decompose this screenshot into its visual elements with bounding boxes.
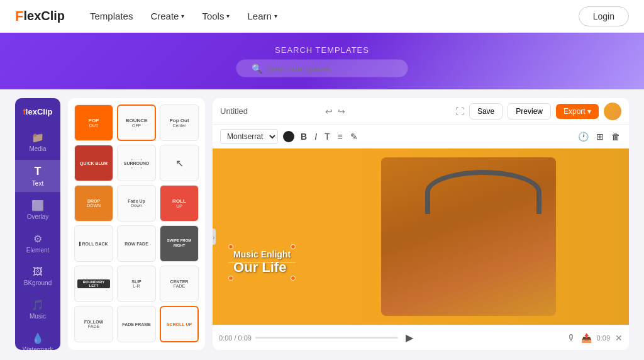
anim-bounce-off[interactable]: BOUNCE OFF bbox=[117, 104, 156, 141]
search-icon: 🔍 bbox=[252, 64, 262, 74]
align-icon[interactable]: ≡ bbox=[336, 130, 344, 143]
music-icon: 🎵 bbox=[31, 299, 44, 311]
canvas-photo-area bbox=[338, 149, 629, 325]
nav-learn[interactable]: Learn ▾ bbox=[247, 11, 277, 21]
editor-main: Untitled ↩ ↪ ⛶ Save Preview Export ▾ Mon… bbox=[213, 98, 629, 350]
watermark-icon: 💧 bbox=[31, 332, 44, 344]
overlay-icon: ⬜ bbox=[31, 200, 44, 211]
logo: F lexClip bbox=[15, 8, 65, 25]
sidebar: flexClip 📁 Media T Text ⬜ Overlay ⚙ Elem… bbox=[15, 98, 60, 350]
media-icon: 📁 bbox=[31, 132, 44, 143]
nav-templates[interactable]: Templates bbox=[90, 11, 133, 21]
text-icon: T bbox=[35, 165, 42, 178]
element-icon: ⚙ bbox=[33, 233, 42, 245]
anim-quick-blur[interactable]: QUICK BLUR bbox=[74, 145, 113, 181]
anim-roll-up[interactable]: ROLL UP bbox=[160, 185, 199, 222]
nav-login: Login bbox=[579, 6, 629, 26]
anim-cursor[interactable]: ↖ bbox=[160, 145, 199, 181]
export-button[interactable]: Export ▾ bbox=[556, 104, 599, 119]
edit-icon[interactable]: ✎ bbox=[349, 130, 359, 143]
sidebar-logo: flexClip bbox=[23, 107, 53, 116]
anim-pop-out-center[interactable]: Pop Out Center bbox=[160, 104, 199, 141]
logo-text: lexClip bbox=[23, 9, 65, 23]
redo-icon[interactable]: ↪ bbox=[338, 106, 345, 116]
expand-panel-handle[interactable]: › bbox=[213, 228, 216, 245]
play-button[interactable]: ▶ bbox=[402, 330, 417, 346]
close-timeline-icon[interactable]: ✕ bbox=[615, 333, 623, 343]
preview-button[interactable]: Preview bbox=[508, 103, 551, 120]
export-icon[interactable]: 📤 bbox=[581, 333, 592, 343]
timeline-scrubber[interactable] bbox=[255, 337, 398, 339]
handle-bottom-left[interactable] bbox=[228, 276, 233, 281]
editor-wrapper: flexClip 📁 Media T Text ⬜ Overlay ⚙ Elem… bbox=[0, 89, 644, 360]
sidebar-media-label: Media bbox=[29, 145, 46, 152]
top-nav: F lexClip Templates Create ▾ Tools ▾ Lea… bbox=[0, 0, 644, 33]
anim-slip-lr[interactable]: SLIP L-R bbox=[117, 266, 156, 302]
microphone-icon[interactable]: 🎙 bbox=[567, 333, 576, 343]
handle-top-left[interactable] bbox=[228, 244, 233, 249]
sidebar-overlay-label: Overlay bbox=[27, 213, 48, 220]
anim-fade-up-down[interactable]: Fade Up Down bbox=[117, 185, 156, 222]
nav-links: Templates Create ▾ Tools ▾ Learn ▾ bbox=[90, 11, 579, 21]
timeline-end: 0:09 bbox=[597, 334, 610, 342]
sidebar-music-label: Music bbox=[30, 313, 46, 320]
italic-icon[interactable]: I bbox=[313, 130, 318, 143]
nav-tools[interactable]: Tools ▾ bbox=[202, 11, 230, 21]
anim-center-fade[interactable]: CENTER FADE bbox=[160, 266, 199, 302]
nav-create[interactable]: Create ▾ bbox=[150, 11, 184, 21]
headphones-arc bbox=[425, 170, 541, 214]
logo-icon: F bbox=[15, 8, 23, 25]
bkground-icon: 🖼 bbox=[33, 266, 43, 278]
sidebar-item-media[interactable]: 📁 Media bbox=[15, 127, 60, 157]
timeline-current: 0:00 / 0:09 bbox=[219, 334, 252, 342]
canvas-text-line2: Our Life bbox=[233, 259, 291, 276]
cursor-icon: ↖ bbox=[175, 157, 184, 169]
clock-icon[interactable]: 🕐 bbox=[577, 130, 590, 143]
sidebar-item-text[interactable]: T Text bbox=[15, 160, 60, 192]
avatar[interactable] bbox=[604, 103, 621, 120]
handle-line bbox=[228, 262, 296, 263]
anim-surround[interactable]: + · · · + SURROUND + · · · + bbox=[117, 145, 156, 181]
anim-pop-out[interactable]: POP OUT bbox=[74, 104, 113, 141]
editor-title: Untitled bbox=[220, 106, 320, 116]
sidebar-element-label: Element bbox=[26, 247, 50, 254]
editor-topbar: Untitled ↩ ↪ ⛶ Save Preview Export ▾ bbox=[213, 98, 629, 125]
undo-icon[interactable]: ↩ bbox=[325, 106, 333, 116]
fullscreen-icon[interactable]: ⛶ bbox=[455, 106, 464, 116]
delete-icon[interactable]: 🗑 bbox=[610, 130, 621, 143]
bold-icon[interactable]: B bbox=[299, 130, 308, 143]
sidebar-item-element[interactable]: ⚙ Element bbox=[15, 228, 60, 259]
anim-fade-frame[interactable]: FADE FRAME bbox=[117, 306, 156, 342]
canvas-text-block[interactable]: Music Enlight Our Life bbox=[233, 249, 291, 276]
expand-arrow-icon: › bbox=[213, 234, 214, 241]
sidebar-item-overlay[interactable]: ⬜ Overlay bbox=[15, 194, 60, 225]
anim-roll-back[interactable]: ROLL BACK bbox=[74, 225, 113, 262]
animation-panel: POP OUT BOUNCE OFF Pop Out Center QUICK … bbox=[68, 98, 205, 350]
sidebar-item-bkground[interactable]: 🖼 BKground bbox=[15, 261, 60, 291]
canvas-area: Music Enlight Our Life › bbox=[213, 149, 629, 325]
anim-scroll-up[interactable]: SCROLL UP bbox=[160, 306, 199, 342]
handle-top-right[interactable] bbox=[291, 244, 296, 249]
save-button[interactable]: Save bbox=[469, 103, 502, 120]
anim-follow-fade[interactable]: FOLLOW FADE bbox=[74, 306, 113, 342]
banner-subtitle: SEARCH TEMPLATES bbox=[236, 45, 408, 55]
anim-row-fade[interactable]: ROW FADE bbox=[117, 225, 156, 262]
sidebar-text-label: Text bbox=[32, 180, 43, 187]
sidebar-bkground-label: BKground bbox=[24, 279, 52, 286]
color-picker[interactable] bbox=[283, 131, 294, 142]
anim-swipe-right[interactable]: SWIPE FROM RIGHT bbox=[160, 225, 199, 262]
login-button[interactable]: Login bbox=[579, 6, 629, 26]
handle-bottom-right[interactable] bbox=[291, 276, 296, 281]
hero-banner: SEARCH TEMPLATES 🔍 bbox=[0, 33, 644, 89]
canvas-text-line1: Music Enlight bbox=[233, 249, 291, 259]
sidebar-item-watermark[interactable]: 💧 Watermark bbox=[15, 327, 60, 358]
text-style-icon[interactable]: T bbox=[323, 130, 331, 143]
search-input[interactable] bbox=[267, 64, 393, 73]
anim-drop-down[interactable]: DROP DOWN bbox=[74, 185, 113, 222]
animation-grid: POP OUT BOUNCE OFF Pop Out Center QUICK … bbox=[68, 98, 205, 349]
grid-icon[interactable]: ⊞ bbox=[595, 130, 605, 143]
anim-boundary-left[interactable]: BOUNDARY LEFT bbox=[74, 266, 113, 302]
font-selector[interactable]: Montserrat bbox=[220, 129, 278, 144]
sidebar-item-music[interactable]: 🎵 Music bbox=[15, 294, 60, 325]
editor-timeline: 0:00 / 0:09 ▶ 🎙 📤 0:09 ✕ bbox=[213, 325, 629, 350]
